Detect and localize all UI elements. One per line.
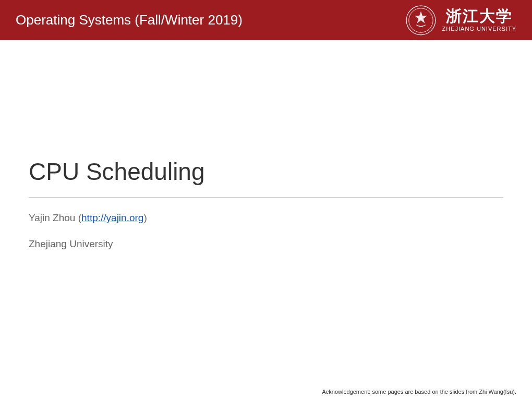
logo-text-block: 浙江大学 ZHEJIANG UNIVERSITY xyxy=(442,8,516,32)
acknowledgement-footer: Acknowledgement: some pages are based on… xyxy=(322,389,516,395)
author-name-prefix: Yajin Zhou ( xyxy=(29,212,81,223)
university-name: Zhejiang University xyxy=(29,238,503,250)
author-name-suffix: ) xyxy=(143,212,147,223)
course-title: Operating Systems (Fall/Winter 2019) xyxy=(16,12,243,28)
university-logo: 浙江大学 ZHEJIANG UNIVERSITY xyxy=(406,5,516,35)
author-homepage-link[interactable]: http://yajin.org xyxy=(81,212,143,223)
slide-header: Operating Systems (Fall/Winter 2019) 浙江大… xyxy=(0,0,532,40)
university-seal-icon xyxy=(406,5,436,35)
slide-content: CPU Scheduling Yajin Zhou (http://yajin.… xyxy=(0,158,532,250)
logo-chinese-name: 浙江大学 xyxy=(446,8,513,24)
title-divider xyxy=(29,197,503,198)
logo-english-name: ZHEJIANG UNIVERSITY xyxy=(442,26,516,32)
author-line: Yajin Zhou (http://yajin.org) xyxy=(29,212,503,224)
slide-title: CPU Scheduling xyxy=(29,158,503,186)
